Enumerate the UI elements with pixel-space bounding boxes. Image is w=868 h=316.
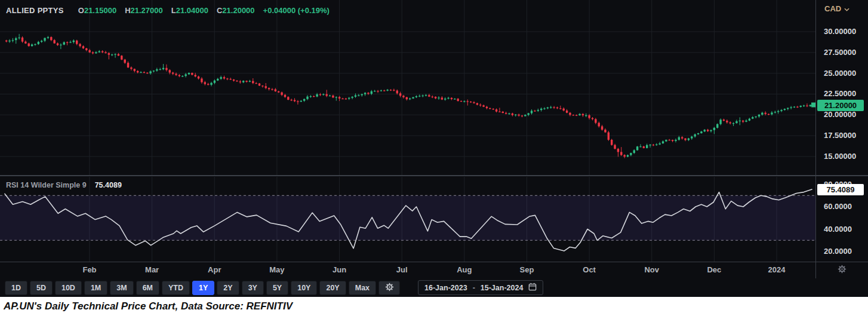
caption: AP.UN's Daily Technical Price Chart, Dat… [0,297,868,316]
time-axis-label-may: May [269,265,284,274]
rsi-chart-canvas[interactable] [0,177,815,262]
time-axis-label-jul: Jul [396,265,408,274]
ohlc-close: C21.20000 [217,6,255,15]
time-axis-label-aug: Aug [457,265,472,274]
time-axis-label-oct: Oct [583,265,596,274]
rsi-value-badge: 75.4089 [817,184,864,195]
time-axis-label-sep: Sep [520,265,534,274]
chart-frame: ALLIED PPTYS O21.15000H21.27000L21.04000… [0,0,868,297]
date-range-separator: - [473,284,475,292]
range-button-1m[interactable]: 1M [84,281,107,295]
rsi-current-value: 75.4089 [95,181,122,189]
ohlc-low: L21.04000 [171,6,208,15]
ohlc-high: H21.27000 [125,6,163,15]
price-axis-tick: 22.50000 [816,89,868,98]
rsi-indicator-title: RSI 14 Wilder Simple 9 [6,181,87,189]
range-button-1d[interactable]: 1D [5,281,27,295]
gear-icon [838,265,847,276]
time-axis-label-mar: Mar [145,265,159,274]
date-to: 15-Jan-2024 [481,284,524,292]
range-button-3y[interactable]: 3Y [242,281,264,295]
date-range-picker[interactable]: 16-Jan-2023-15-Jan-2024 [418,280,543,295]
range-button-6m[interactable]: 6M [136,281,159,295]
price-axis-tick: 27.50000 [816,48,868,57]
screenshot-stage: ALLIED PPTYS O21.15000H21.27000L21.04000… [0,0,868,316]
price-axis-tick: 30.00000 [816,27,868,36]
currency-dropdown[interactable]: CAD [816,0,868,17]
range-toolbar: 1D5D10D1M3M6MYTD1Y2Y3Y5Y10Y20YMax16-Jan-… [0,278,868,297]
rsi-header: RSI 14 Wilder Simple 9 75.4089 [6,181,122,189]
range-button-max[interactable]: Max [349,281,376,295]
gear-icon [385,283,394,293]
time-axis-label-nov: Nov [644,265,659,274]
range-button-10y[interactable]: 10Y [291,281,317,295]
symbol-title: ALLIED PPTYS [6,6,64,15]
price-header: ALLIED PPTYS O21.15000H21.27000L21.04000… [6,6,330,15]
last-price-badge: 21.20000 [817,100,864,111]
chevron-down-icon [844,4,849,13]
price-axis-tick: 15.00000 [816,152,868,161]
range-button-1y[interactable]: 1Y [192,281,214,295]
range-button-ytd[interactable]: YTD [162,281,190,295]
range-button-5y[interactable]: 5Y [266,281,288,295]
ohlc-open: O21.15000 [78,6,116,15]
time-axis-label-apr: Apr [208,265,221,274]
range-button-5d[interactable]: 5D [30,281,53,295]
panel-divider[interactable] [0,175,868,176]
rsi-axis-tick: 20.0000 [816,247,868,256]
price-chart-canvas[interactable] [0,0,815,176]
time-axis-label-jun: Jun [333,265,346,274]
time-axis-label-feb: Feb [82,265,96,274]
caption-text: AP.UN's Daily Technical Price Chart, Dat… [4,300,293,312]
range-button-3m[interactable]: 3M [110,281,133,295]
price-axis-tick: 17.50000 [816,131,868,140]
price-axis-tick: 25.00000 [816,69,868,78]
change-value: +0.04000 (+0.19%) [263,6,330,15]
rsi-axis-tick: 40.0000 [816,225,868,234]
time-axis[interactable]: FebMarAprMayJunJulAugSepOctNovDec2024 [0,262,815,278]
currency-label: CAD [824,4,841,13]
range-button-2y[interactable]: 2Y [217,281,239,295]
rsi-axis-tick: 60.0000 [816,202,868,211]
range-button-20y[interactable]: 20Y [319,281,346,295]
price-axis[interactable]: CAD 30.0000027.5000025.0000022.5000020.0… [816,0,868,278]
range-button-10d[interactable]: 10D [55,281,82,295]
price-axis-tick: 20.00000 [816,110,868,119]
calendar-icon [528,283,537,293]
time-axis-label-dec: Dec [707,265,721,274]
date-from: 16-Jan-2023 [424,284,467,292]
axis-settings-button[interactable] [816,262,868,278]
toolbar-settings-button[interactable] [378,281,400,295]
time-axis-label-2024: 2024 [768,265,786,274]
